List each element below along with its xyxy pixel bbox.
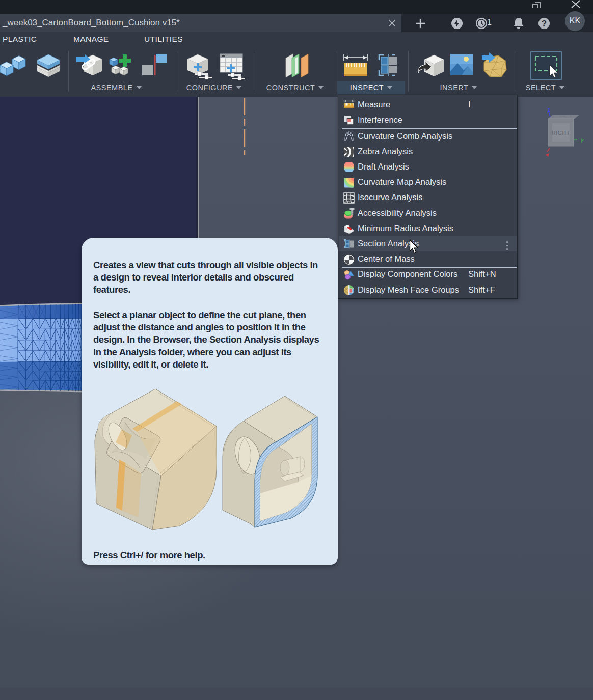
svg-text:?: ? xyxy=(542,19,547,29)
svg-text:Z: Z xyxy=(547,107,551,113)
svg-text:RIGHT: RIGHT xyxy=(552,130,570,136)
svg-text:Y: Y xyxy=(580,137,584,144)
